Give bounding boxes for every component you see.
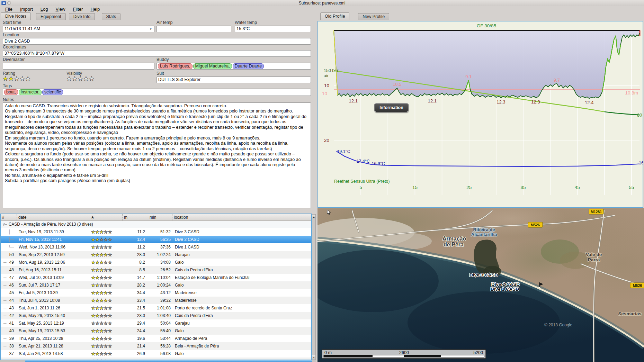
dive-row[interactable]: ─36Sun, Jan 20, 2013 12:33★★★★★21.758:36… bbox=[1, 358, 311, 360]
menu-view[interactable]: View bbox=[53, 6, 69, 13]
star-empty-icon[interactable]: ★ bbox=[72, 75, 78, 82]
map-canvas[interactable]: Armaçãode PêraRibeira deAlcantarilhaVale… bbox=[317, 208, 644, 362]
svg-text:Vale de: Vale de bbox=[586, 252, 602, 257]
tab-equipment[interactable]: Equipment bbox=[36, 13, 66, 20]
tag-pill[interactable]: boat, bbox=[4, 89, 18, 95]
dive-rating-stars: ★★★★★ bbox=[89, 275, 122, 280]
svg-text:Parra: Parra bbox=[588, 257, 600, 262]
star-filled-icon[interactable]: ★ bbox=[3, 75, 8, 82]
collapse-icon[interactable]: v– bbox=[3, 222, 7, 227]
dive-date: Wed, Jul 10, 2013 13:09 bbox=[17, 275, 89, 280]
dive-row[interactable]: └─Wed, Nov 13, 2013 11:06★★★★★11.237:36D… bbox=[1, 243, 311, 251]
dive-date: Sun, Apr 21, 2013 11:28 bbox=[17, 344, 89, 349]
dive-row[interactable]: ─43Sat, Jun 1, 2013 11:26★★★★★21.51:01:0… bbox=[1, 304, 311, 312]
buddy-pill[interactable]: Duarte Duarte bbox=[233, 63, 264, 69]
star-empty-icon[interactable]: ★ bbox=[78, 75, 83, 82]
tab-dive-notes[interactable]: Dive Notes bbox=[1, 12, 31, 20]
dive-list-header[interactable]: #date★mminlocation bbox=[1, 214, 311, 221]
buddy-field[interactable]: Luís Rodrigues,Miguel Madureira,Duarte D… bbox=[156, 63, 311, 70]
location-label: Location bbox=[3, 33, 19, 37]
menu-filter[interactable]: Filter bbox=[70, 6, 86, 13]
information-tooltip[interactable]: Information bbox=[375, 103, 408, 112]
dive-row[interactable]: ├─Tue, Nov 19, 2013 11:39★★★★★11.251:32D… bbox=[1, 228, 311, 236]
dive-profile-chart[interactable]: 10.8m10150 barair8019.1°C17.4°C16.9°C161… bbox=[318, 21, 643, 207]
suit-field[interactable]: DUI TLS 350 Explorer bbox=[156, 76, 311, 83]
dive-rating-stars: ★★★★★ bbox=[89, 313, 122, 318]
tab-old-profile[interactable]: Old Profile bbox=[320, 12, 349, 20]
divemaster-field[interactable] bbox=[3, 63, 154, 70]
buddy-pill[interactable]: Luís Rodrigues, bbox=[158, 63, 193, 69]
dive-row[interactable]: ─39Thu, Apr 25, 2013 10:28★★★★★19.653:44… bbox=[1, 335, 311, 342]
menu-log[interactable]: Log bbox=[37, 6, 51, 13]
tag-pill[interactable]: instructor, bbox=[19, 89, 42, 95]
dive-duration: 26:52 bbox=[148, 268, 172, 272]
tags-field[interactable]: boat,instructor,scientific bbox=[3, 89, 311, 96]
star-empty-icon[interactable]: ★ bbox=[14, 75, 20, 82]
star-empty-icon[interactable]: ★ bbox=[66, 75, 72, 82]
dive-row[interactable]: ─37Sat, Jan 26, 2013 14:58★★★★★26.956:08… bbox=[1, 350, 311, 358]
dive-site-map[interactable]: Armaçãode PêraRibeira deAlcantarilhaVale… bbox=[317, 208, 644, 362]
scroll-down-icon[interactable]: ▼ bbox=[312, 355, 315, 360]
column-header-min[interactable]: min bbox=[148, 214, 172, 220]
dive-duration: 55:40 bbox=[148, 328, 172, 333]
svg-text:17.4°C: 17.4°C bbox=[357, 159, 370, 164]
svg-text:Reefnet Sensus Ultra (Preto): Reefnet Sensus Ultra (Preto) bbox=[334, 179, 390, 184]
dive-date: Tue, Nov 19, 2013 11:39 bbox=[17, 229, 89, 234]
dive-row[interactable]: ─41Sat, May 25, 2013 12:19★★★★★29.450:04… bbox=[1, 319, 311, 327]
dive-date: Sun, May 26, 2013 15:40 bbox=[17, 313, 89, 318]
dive-depth: 33.4 bbox=[122, 298, 148, 303]
buddy-pill[interactable]: Miguel Madureira, bbox=[193, 63, 232, 69]
column-header-num[interactable]: # bbox=[1, 214, 17, 220]
dive-duration: 56:08 bbox=[148, 351, 172, 356]
star-empty-icon[interactable]: ★ bbox=[20, 75, 25, 82]
notes-textarea[interactable]: Aula do curso CASD. Transectos c/video e… bbox=[3, 102, 311, 208]
coordinates-field[interactable]: 37°05'23.460"N 8°20'47.879"W bbox=[3, 50, 311, 57]
star-filled-icon[interactable]: ★ bbox=[8, 75, 14, 82]
dive-row[interactable]: ─49Mon, Aug 19, 2013 12:06★★★★★8.234:08G… bbox=[1, 259, 311, 266]
visibility-stars[interactable]: ★★★★★ bbox=[66, 76, 95, 82]
rating-stars[interactable]: ★★★★★ bbox=[3, 76, 31, 82]
trip-header-row[interactable]: v–CASD - Armação de Pêra, Nov 2013 (3 di… bbox=[1, 221, 311, 228]
dive-row[interactable]: ─45Fri, Jul 5, 2013 10:39★★★★★34.443:12M… bbox=[1, 289, 311, 297]
scrollbar-thumb[interactable] bbox=[25, 360, 312, 362]
svg-text:M526: M526 bbox=[633, 283, 642, 288]
star-empty-icon[interactable]: ★ bbox=[83, 75, 89, 82]
menu-import[interactable]: Import bbox=[17, 6, 36, 13]
dive-location: Galo bbox=[172, 283, 311, 288]
location-field[interactable]: Dive 2 CASD bbox=[3, 38, 311, 45]
tab-stats[interactable]: Stats bbox=[102, 13, 121, 20]
column-header-m[interactable]: m bbox=[122, 214, 148, 220]
star-empty-icon[interactable]: ★ bbox=[25, 75, 31, 82]
dive-list-table[interactable]: #date★mminlocationv–CASD - Armação de Pê… bbox=[0, 214, 312, 360]
dive-row[interactable]: ─42Sun, May 26, 2013 15:40★★★★★23.01:03:… bbox=[1, 312, 311, 319]
water-temp-field[interactable]: 15.3°C bbox=[235, 26, 311, 32]
start-time-combobox[interactable]: 11/15/13 11:41 AM ∨ bbox=[3, 26, 154, 32]
tag-pill[interactable]: scientific bbox=[42, 89, 63, 95]
dive-location: Dive 1 CASD bbox=[172, 245, 311, 250]
dive-list-vertical-scrollbar[interactable]: ▲ ▼ bbox=[312, 214, 316, 360]
dive-depth: 23.0 bbox=[122, 313, 148, 318]
column-header-date[interactable]: date bbox=[17, 214, 89, 220]
column-header-location[interactable]: location bbox=[172, 214, 311, 220]
dive-profile-panel[interactable]: 10.8m10150 barair8019.1°C17.4°C16.9°C161… bbox=[317, 21, 643, 208]
star-empty-icon[interactable]: ★ bbox=[89, 75, 95, 82]
dive-list-horizontal-scrollbar[interactable] bbox=[0, 360, 316, 362]
chevron-down-icon[interactable]: ∨ bbox=[148, 27, 153, 31]
dive-row[interactable]: ─50Sun, Sep 22, 2013 12:59★★★★★28.01:02:… bbox=[1, 251, 311, 259]
dive-row[interactable]: ├─Fri, Nov 15, 2013 11:41★★★★★12.456:35D… bbox=[1, 236, 311, 243]
tab-new-profile[interactable]: New Profile bbox=[358, 13, 389, 20]
dive-row[interactable]: ─44Thu, Jul 4, 2013 10:08★★★★★33.439:32M… bbox=[1, 297, 311, 304]
dive-row[interactable]: ─40Sun, May 19, 2013 15:53★★★★★24.455:40… bbox=[1, 327, 311, 335]
scroll-up-icon[interactable]: ▲ bbox=[312, 215, 315, 219]
menu-file[interactable]: File bbox=[2, 6, 16, 13]
dive-row[interactable]: ─38Sun, Apr 21, 2013 11:28★★★★★21.456:28… bbox=[1, 342, 311, 350]
menu-help[interactable]: Help bbox=[87, 6, 103, 13]
column-header-stars[interactable]: ★ bbox=[89, 214, 122, 220]
dive-row[interactable]: ─46Sun, Jul 7, 2013 17:17★★★★★28.21:00:2… bbox=[1, 281, 311, 289]
air-temp-field[interactable] bbox=[156, 26, 231, 32]
tab-dive-info[interactable]: Dive Info bbox=[69, 13, 95, 20]
dive-row[interactable]: ─47Wed, Jul 10, 2013 13:09★★★★★14.71:10:… bbox=[1, 274, 311, 281]
dive-row[interactable]: ─48Fri, Aug 16, 2013 15:11★★★★★8.526:52C… bbox=[1, 266, 311, 274]
dive-date: Thu, Apr 25, 2013 10:28 bbox=[17, 336, 89, 341]
dive-date: Sun, May 19, 2013 15:53 bbox=[17, 328, 89, 333]
